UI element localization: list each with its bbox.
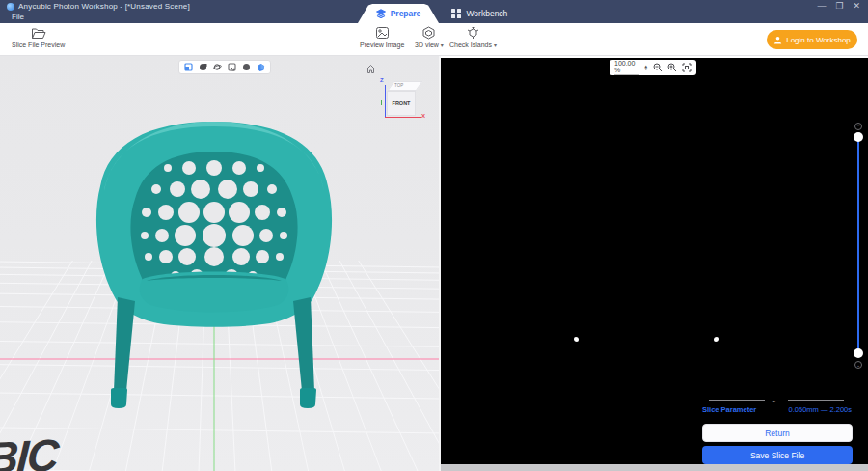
view-cube-top-label: TOP — [394, 83, 403, 88]
divider-line — [788, 400, 844, 401]
zoom-in-button[interactable] — [667, 63, 677, 72]
tab-workbench-label: Workbench — [467, 9, 508, 18]
chevron-down-icon: ▾ — [441, 42, 444, 48]
open-folder-icon — [31, 26, 46, 40]
menu-file[interactable]: File — [8, 12, 28, 22]
zoom-control-bar: 100.00 % ▲ ▼ — [610, 60, 696, 75]
layers-icon — [376, 9, 386, 18]
workbench-icon — [451, 9, 461, 18]
minimize-button[interactable]: — — [817, 1, 826, 11]
3d-scene — [0, 56, 439, 471]
3d-view-label: 3D view ▾ — [415, 42, 444, 48]
window-controls: — ❐ ✕ — [817, 1, 860, 11]
check-islands-label: Check Islands ▾ — [449, 42, 497, 48]
z-axis-indicator — [385, 85, 386, 118]
window-title: Anycubic Photon Workshop - [*Unsaved Sce… — [18, 2, 190, 11]
model-view-icon[interactable] — [257, 63, 265, 71]
x-axis-indicator — [385, 117, 421, 118]
spin-down-icon: ▼ — [644, 68, 648, 71]
slice-file-preview-button[interactable]: Slice File Preview — [12, 26, 65, 48]
slice-parameter-row: Slice Parameter 0.050mm — 2.200s — [702, 405, 852, 414]
viewport-mini-toolbar — [178, 60, 271, 74]
user-icon — [773, 36, 782, 44]
login-to-workshop-button[interactable]: Login to Workshop — [767, 30, 857, 49]
layer-slider-bottom-handle[interactable] — [854, 348, 863, 358]
tab-prepare[interactable]: Prepare — [358, 4, 439, 23]
y-axis-indicator — [381, 100, 382, 105]
3d-viewport[interactable]: BIC — [0, 56, 439, 471]
sphere-view-icon[interactable] — [242, 63, 251, 71]
toolbar: Slice File Preview Preview Image 3D view… — [0, 23, 868, 56]
zoom-value-input[interactable]: 100.00 % — [614, 60, 639, 75]
layer-slider-top-handle[interactable] — [854, 132, 863, 142]
image-icon — [375, 26, 390, 40]
3d-view-button[interactable]: 3D view ▾ — [415, 26, 444, 48]
parameter-collapse-divider[interactable]: ︿ — [709, 396, 844, 403]
login-label: Login to Workshop — [786, 36, 851, 44]
x-axis-label: X — [421, 113, 425, 119]
save-slice-file-button[interactable]: Save Slice File — [702, 446, 853, 464]
slice-cross-section — [714, 337, 719, 342]
slice-preview-panel[interactable]: 100.00 % ▲ ▼ ⌃ ⌄ ︿ Slice Parameter 0.050… — [441, 58, 868, 464]
3d-view-icon — [421, 26, 436, 40]
transform-tool-icon[interactable] — [184, 63, 193, 71]
layer-slider[interactable]: ⌃ ⌄ — [851, 58, 866, 464]
maximize-button[interactable]: ❐ — [835, 1, 843, 11]
fit-view-button[interactable] — [682, 63, 692, 72]
preview-image-label: Preview Image — [360, 42, 404, 48]
zoom-out-button[interactable] — [653, 63, 663, 72]
shaded-view-icon[interactable] — [199, 63, 207, 71]
build-plate-logo: BIC — [0, 429, 59, 471]
tab-workbench[interactable]: Workbench — [442, 4, 538, 23]
slice-file-preview-label: Slice File Preview — [12, 42, 65, 48]
layer-up-button[interactable]: ⌃ — [854, 123, 862, 130]
check-islands-button[interactable]: Check Islands ▾ — [449, 26, 497, 48]
z-axis-label: Z — [380, 77, 384, 83]
divider-line — [709, 400, 765, 401]
slice-parameter-values: 0.050mm — 2.200s — [789, 405, 852, 414]
preview-image-button[interactable]: Preview Image — [360, 26, 404, 48]
screenshot-icon[interactable] — [228, 63, 236, 71]
home-view-button[interactable] — [366, 61, 376, 78]
layer-slider-track[interactable] — [857, 137, 859, 353]
zoom-spinner[interactable]: ▲ ▼ — [644, 65, 648, 71]
orbit-view-icon[interactable] — [213, 63, 222, 71]
collapse-chevron-icon[interactable]: ︿ — [771, 396, 777, 405]
app-logo-icon — [7, 3, 14, 11]
title-bar: Anycubic Photon Workshop - [*Unsaved Sce… — [0, 0, 868, 23]
view-cube-top-face[interactable] — [387, 81, 422, 91]
view-cube[interactable]: TOP FRONT Z X — [379, 77, 427, 120]
layer-down-button[interactable]: ⌄ — [854, 361, 862, 369]
close-button[interactable]: ✕ — [853, 1, 860, 11]
chevron-down-icon: ▾ — [494, 42, 497, 48]
tab-prepare-label: Prepare — [391, 9, 421, 18]
window-bottom-edge — [441, 464, 868, 471]
view-cube-front-face[interactable]: FRONT — [387, 91, 416, 116]
slice-cross-section — [574, 337, 579, 342]
return-button[interactable]: Return — [702, 424, 853, 442]
slice-parameter-label[interactable]: Slice Parameter — [702, 405, 756, 414]
check-islands-icon — [466, 26, 480, 40]
